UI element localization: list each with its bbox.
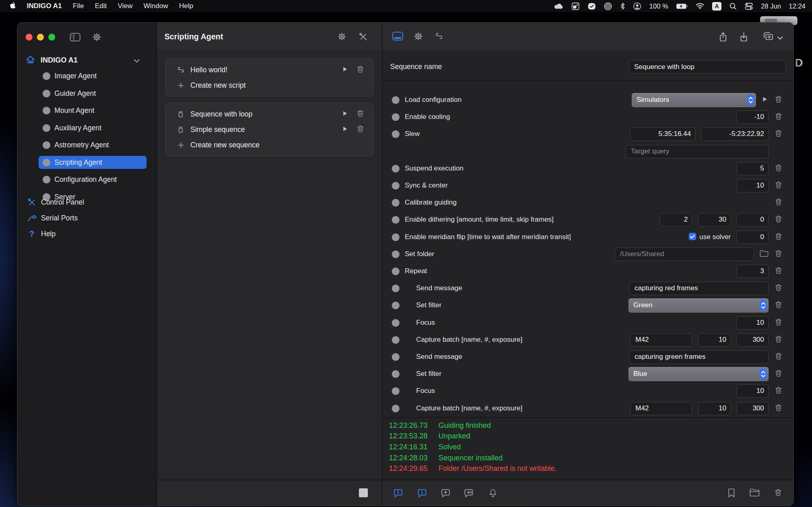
number-field[interactable]: 300 xyxy=(736,402,769,415)
text-field[interactable]: /Users/Shared xyxy=(615,248,754,261)
sidebar-item-help[interactable]: ? Help xyxy=(26,226,147,242)
stop-button[interactable] xyxy=(359,488,368,497)
run-button[interactable] xyxy=(341,65,349,75)
delete-step-button[interactable] xyxy=(774,112,783,122)
delete-step-button[interactable] xyxy=(774,317,783,328)
sidebar-settings-gear-icon[interactable] xyxy=(92,32,102,43)
number-field[interactable]: 0 xyxy=(736,213,769,227)
sidebar-item-configuration-agent[interactable]: Configuration Agent xyxy=(39,173,147,189)
run-button[interactable] xyxy=(341,125,349,134)
delete-step-button[interactable] xyxy=(774,334,783,345)
script-mode-icon[interactable] xyxy=(434,32,444,43)
battery-percent[interactable]: 100 % xyxy=(649,2,668,10)
menu-window[interactable]: Window xyxy=(144,2,168,10)
delete-button[interactable] xyxy=(356,65,365,75)
number-field[interactable]: 5 xyxy=(736,162,769,175)
create-new-item[interactable]: Create new script xyxy=(166,78,373,93)
number-field[interactable]: 10 xyxy=(736,179,769,192)
menu-file[interactable]: File xyxy=(73,2,84,10)
text-field[interactable]: M42 xyxy=(630,333,692,347)
control-center-icon[interactable] xyxy=(745,2,753,11)
number-field[interactable]: 10 xyxy=(736,316,769,330)
chevron-down-icon[interactable] xyxy=(777,35,783,42)
delete-step-button[interactable] xyxy=(774,197,783,208)
text-field[interactable]: M42 xyxy=(630,402,692,415)
sidebar-item-guider-agent[interactable]: Guider Agent xyxy=(39,87,147,103)
delete-step-button[interactable] xyxy=(774,386,783,396)
number-field[interactable]: 10 xyxy=(698,333,731,347)
editor-settings-gear-icon[interactable] xyxy=(414,32,423,43)
sequence-name-field[interactable]: Sequence with loop xyxy=(629,60,786,73)
run-step-button[interactable] xyxy=(761,95,769,105)
text-field[interactable]: capturing red frames xyxy=(629,282,769,295)
sidebar-item-imager-agent[interactable]: Imager Agent xyxy=(39,70,147,86)
sidebar-item-scripting-agent[interactable]: Scripting Agent xyxy=(39,156,147,172)
share-icon[interactable] xyxy=(719,32,728,44)
bottom-panel-toggle-icon[interactable] xyxy=(392,32,403,42)
import-icon[interactable] xyxy=(739,32,748,44)
create-new-item[interactable]: Create new sequence xyxy=(166,137,373,153)
delete-step-button[interactable] xyxy=(774,129,783,139)
select-blue[interactable]: Blue xyxy=(628,367,769,381)
delete-button[interactable] xyxy=(356,124,365,135)
log-folder-icon[interactable] xyxy=(749,488,760,499)
duplicate-sequence-icon[interactable] xyxy=(762,32,773,43)
user-status-icon[interactable] xyxy=(633,2,641,11)
cloud-status-icon[interactable] xyxy=(554,3,564,10)
delete-step-button[interactable] xyxy=(774,403,783,414)
delete-step-button[interactable] xyxy=(774,266,783,276)
delete-step-button[interactable] xyxy=(774,232,783,242)
list-item-sequence-with-loop[interactable]: Sequence with loop xyxy=(166,106,373,122)
minimize-window-button[interactable] xyxy=(37,34,44,41)
number-field[interactable]: 0 xyxy=(736,231,769,244)
use-solver-checkbox[interactable] xyxy=(689,233,696,242)
screenshot-app-icon[interactable] xyxy=(571,2,580,11)
delete-step-button[interactable] xyxy=(774,300,783,311)
speech-output-icon[interactable] xyxy=(464,488,474,500)
menu-help[interactable]: Help xyxy=(179,2,193,10)
apple-menu-icon[interactable] xyxy=(9,1,16,11)
add-message-icon[interactable] xyxy=(441,488,451,500)
wifi-icon[interactable] xyxy=(695,3,704,9)
number-field[interactable]: 300 xyxy=(736,333,769,347)
menu-edit[interactable]: Edit xyxy=(95,2,107,10)
sidebar-item-mount-agent[interactable]: Mount Agent xyxy=(39,104,147,120)
bookmark-icon[interactable] xyxy=(728,488,735,500)
list-item-simple-sequence[interactable]: Simple sequence xyxy=(166,122,373,137)
bluetooth-icon[interactable] xyxy=(620,2,625,10)
notifications-bell-icon[interactable] xyxy=(488,488,498,500)
delete-step-button[interactable] xyxy=(774,249,783,259)
agent-settings-gear-icon[interactable] xyxy=(337,32,346,43)
delete-step-button[interactable] xyxy=(774,95,783,105)
number-field[interactable]: -10 xyxy=(736,110,769,124)
delete-button[interactable] xyxy=(356,109,365,119)
checkmark-status-icon[interactable] xyxy=(587,2,596,11)
menu-bar-clock[interactable]: 12:24 xyxy=(789,2,806,10)
delete-step-button[interactable] xyxy=(774,352,783,362)
delete-step-button[interactable] xyxy=(774,214,783,225)
delete-step-button[interactable] xyxy=(774,180,783,191)
number-field[interactable]: 30 xyxy=(698,213,731,227)
sidebar-item-serial-ports[interactable]: Serial Ports xyxy=(26,210,147,226)
number-field[interactable]: -5:23:22.92 xyxy=(701,127,769,141)
menu-view[interactable]: View xyxy=(118,2,133,10)
tools-icon[interactable] xyxy=(358,32,368,43)
select-green[interactable]: Green xyxy=(628,298,769,313)
delete-step-button[interactable] xyxy=(774,283,783,293)
number-field[interactable]: 2 xyxy=(660,213,692,227)
zoom-window-button[interactable] xyxy=(48,34,55,41)
text-field[interactable]: Target query xyxy=(626,145,769,158)
menu-bar-date[interactable]: 28 Jun xyxy=(761,2,781,10)
sidebar-item-server-root[interactable]: INDIGO A1 xyxy=(26,54,152,67)
number-field[interactable]: 10 xyxy=(698,402,731,415)
number-field[interactable]: 10 xyxy=(736,384,769,398)
number-field[interactable]: 5:35:16.44 xyxy=(630,127,695,141)
delete-step-button[interactable] xyxy=(774,163,783,174)
battery-icon[interactable] xyxy=(676,3,688,9)
active-app-name[interactable]: INDIGO A1 xyxy=(27,2,62,10)
input-source-indicator[interactable]: A xyxy=(712,2,721,11)
clear-log-trash-icon[interactable] xyxy=(774,488,782,498)
log-alerts-filter-icon[interactable] xyxy=(393,488,403,500)
select-simulators[interactable]: Simulators xyxy=(632,93,756,107)
sidebar-item-auxiliary-agent[interactable]: Auxiliary Agent xyxy=(39,121,147,137)
